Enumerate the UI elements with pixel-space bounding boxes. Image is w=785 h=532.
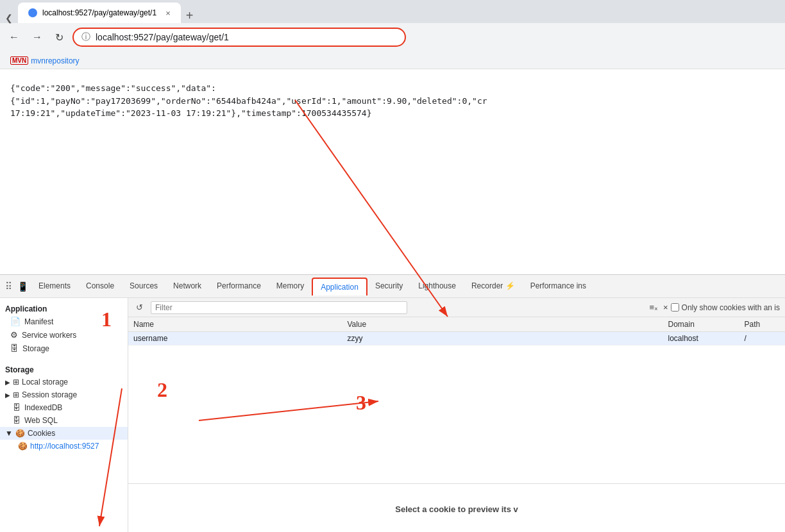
sidebar-storage-title: Storage [0,360,128,376]
devtools-icon-inspect[interactable]: ⠿ [3,281,15,292]
json-line2: {"id":1,"payNo":"pay17203699","orderNo":… [10,95,775,108]
cookies-table: Name Value Domain Path username zzyy loc… [128,317,785,345]
storage-top-icon: 🗄 [10,344,19,353]
sidebar-cookies-child[interactable]: 🍪 http://localhost:9527 [0,440,128,453]
mvn-bookmark[interactable]: MVN mvnrepository [5,55,85,67]
devtools-panel: ⠿ 📱 Elements Console Sources Network Per… [0,274,785,532]
tab-sources[interactable]: Sources [122,278,165,295]
clear-icon[interactable]: ≡ₓ [649,303,658,312]
sidebar-local-storage-expand[interactable]: ▶ ⊞ Local storage [0,376,128,388]
sidebar-session-storage-expand[interactable]: ▶ ⊞ Session storage [0,388,128,401]
cookie-name-cell: username [128,332,342,345]
tab-close[interactable]: × [165,8,171,18]
cookie-path-cell: / [739,332,785,345]
tab-console[interactable]: Console [78,278,122,295]
session-storage-arrow: ▶ [5,392,10,399]
address-info-icon: ⓘ [81,31,90,43]
new-tab-button[interactable]: + [181,8,199,23]
json-line3: 17:19:21","updateTime":"2023-11-03 17:19… [10,107,775,120]
back-button[interactable]: ← [5,29,23,46]
only-show-checkbox[interactable] [671,303,679,312]
sidebar-item-manifest[interactable]: 📄 Manifest [0,315,128,328]
active-tab[interactable]: localhost:9527/pay/gateway/get/1 × [18,3,181,23]
tab-security[interactable]: Security [367,278,410,295]
devtools-sidebar: Application 📄 Manifest ⚙ Service workers… [0,298,128,532]
sidebar-item-service-workers[interactable]: ⚙ Service workers [0,328,128,342]
indexeddb-icon: 🗄 [13,403,21,412]
sidebar-application-title: Application [0,301,128,315]
page-content: {"code":"200","message":"success","data"… [0,69,785,274]
address-bar[interactable]: ⓘ localhost:9527/pay/gateway/get/1 [72,28,406,47]
forward-button[interactable]: → [28,29,46,46]
session-storage-grid-icon: ⊞ [13,390,19,399]
cookies-arrow: ▼ [5,429,13,438]
col-header-path: Path [739,317,785,332]
refresh-cookies-btn[interactable]: ↺ [133,301,146,313]
tab-elements[interactable]: Elements [31,278,78,295]
col-header-domain: Domain [663,317,739,332]
delete-icon[interactable]: × [663,303,668,312]
web-sql-icon: 🗄 [13,416,21,425]
devtools-tab-bar: ⠿ 📱 Elements Console Sources Network Per… [0,275,785,298]
refresh-button[interactable]: ↻ [51,29,67,46]
tab-back-btn[interactable]: ❮ [5,13,13,23]
sidebar-indexeddb[interactable]: 🗄 IndexedDB [0,401,128,414]
tab-performance[interactable]: Performance [209,278,269,295]
mvn-icon: MVN [10,56,28,65]
service-workers-icon: ⚙ [10,330,18,340]
tab-network[interactable]: Network [165,278,209,295]
only-show-checkbox-label[interactable]: Only show cookies with an is [671,303,780,312]
sidebar-cookies-expand[interactable]: ▼ 🍪 Cookies [0,427,128,440]
cookies-child-icon: 🍪 [18,442,28,451]
tab-title: localhost:9527/pay/gateway/get/1 [42,8,156,17]
tab-performance-ins[interactable]: Performance ins [523,278,594,295]
devtools-icon-device[interactable]: 📱 [15,281,31,292]
address-url: localhost:9527/pay/gateway/get/1 [96,32,229,42]
col-header-name: Name [128,317,342,332]
local-storage-arrow: ▶ [5,379,10,386]
cookies-icon: 🍪 [15,429,25,438]
local-storage-grid-icon: ⊞ [13,378,19,387]
sidebar-item-storage-top[interactable]: 🗄 Storage [0,342,128,355]
preview-text: Select a cookie to preview its v [395,504,518,514]
tab-favicon [28,8,37,17]
cookie-domain-cell: localhost [663,332,739,345]
cookie-table: Name Value Domain Path username zzyy loc… [128,317,785,483]
tab-memory[interactable]: Memory [269,278,312,295]
filter-input[interactable] [151,301,407,314]
tab-lighthouse[interactable]: Lighthouse [410,278,464,295]
mvn-label: mvnrepository [31,56,79,65]
tab-application[interactable]: Application [312,278,367,295]
devtools-main: ↺ ≡ₓ × Only show cookies with an is [128,298,785,532]
tab-recorder[interactable]: Recorder ⚡ [464,278,523,295]
col-header-value: Value [342,317,663,332]
json-line1: {"code":"200","message":"success","data"… [10,82,775,95]
sidebar-web-sql[interactable]: 🗄 Web SQL [0,414,128,427]
cookie-value-cell: zzyy [342,332,663,345]
devtools-toolbar: ↺ ≡ₓ × Only show cookies with an is [128,298,785,317]
preview-area: Select a cookie to preview its v [128,483,785,532]
manifest-icon: 📄 [10,317,21,326]
table-row[interactable]: username zzyy localhost / [128,332,785,345]
